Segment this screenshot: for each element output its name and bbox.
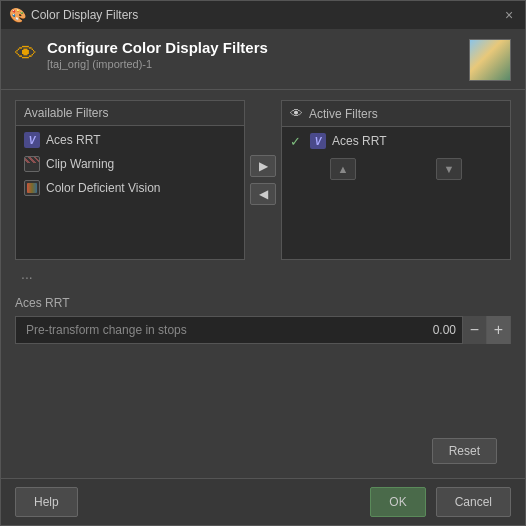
clip-warning-icon [24,156,40,172]
active-filters-panel: 👁 Active Filters ✓ V Aces RRT ▲ ▼ [281,100,511,260]
aces-rrt-label: Aces RRT [46,133,100,147]
available-filters-list: V Aces RRT Clip Warning Color Deficient … [16,126,244,202]
window-title: Color Display Filters [31,8,495,22]
thumbnail-preview [469,39,511,81]
header-icon: 👁 [15,41,37,67]
available-filters-header: Available Filters [16,101,244,126]
close-button[interactable]: × [501,7,517,23]
active-filters-header: 👁 Active Filters [282,101,510,127]
add-filter-button[interactable]: ▶ [250,155,276,177]
titlebar: 🎨 Color Display Filters × [1,1,525,29]
main-content: Available Filters V Aces RRT Clip Warnin… [1,90,525,478]
cancel-button[interactable]: Cancel [436,487,511,517]
filters-row: Available Filters V Aces RRT Clip Warnin… [15,100,511,260]
transfer-arrows: ▶ ◀ [245,100,281,260]
param-row: Pre-transform change in stops 0.00 − + [15,316,511,344]
param-decrease-button[interactable]: − [462,316,486,344]
header-subtitle: [taj_orig] (imported)-1 [47,58,459,70]
filter-item-aces-rrt[interactable]: V Aces RRT [16,128,244,152]
move-down-button[interactable]: ▼ [436,158,462,180]
param-label: Pre-transform change in stops [16,323,412,337]
header: 👁 Configure Color Display Filters [taj_o… [1,29,525,90]
app-icon: 🎨 [9,7,25,23]
param-value: 0.00 [412,323,462,337]
available-filters-panel: Available Filters V Aces RRT Clip Warnin… [15,100,245,260]
ok-button[interactable]: OK [370,487,425,517]
color-deficient-label: Color Deficient Vision [46,181,161,195]
bottom-bar: Help OK Cancel [1,478,525,525]
main-window: 🎨 Color Display Filters × 👁 Configure Co… [0,0,526,526]
move-up-button[interactable]: ▲ [330,158,356,180]
aces-section: Aces RRT Pre-transform change in stops 0… [15,296,511,344]
remove-filter-button[interactable]: ◀ [250,183,276,205]
aces-rrt-icon: V [24,132,40,148]
active-item-aces-rrt[interactable]: ✓ V Aces RRT [282,129,510,153]
more-options-button[interactable]: ... [15,264,39,284]
reset-area: Reset [15,434,511,468]
eye-icon: 👁 [290,106,303,121]
active-aces-rrt-icon: V [310,133,326,149]
param-increase-button[interactable]: + [486,316,510,344]
active-filters-list: ✓ V Aces RRT [282,127,510,155]
reset-button[interactable]: Reset [432,438,497,464]
header-text: Configure Color Display Filters [taj_ori… [47,39,459,70]
filter-item-color-deficient[interactable]: Color Deficient Vision [16,176,244,200]
aces-section-label: Aces RRT [15,296,511,310]
active-filters-label: Active Filters [309,107,378,121]
header-title: Configure Color Display Filters [47,39,459,56]
checkmark-icon: ✓ [290,134,304,149]
help-button[interactable]: Help [15,487,78,517]
clip-warning-label: Clip Warning [46,157,114,171]
color-deficient-icon [24,180,40,196]
active-aces-rrt-label: Aces RRT [332,134,386,148]
filter-item-clip-warning[interactable]: Clip Warning [16,152,244,176]
active-nav-row: ▲ ▼ [282,155,510,183]
